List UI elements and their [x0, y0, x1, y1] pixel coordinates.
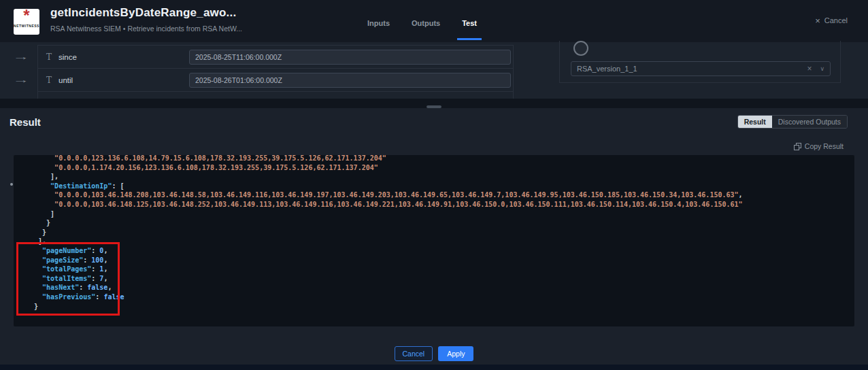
header-tabs: Inputs Outputs Test — [367, 19, 477, 27]
until-input[interactable] — [189, 73, 511, 88]
netwitness-logo: * NETWITNESS — [14, 9, 39, 35]
title-block: getIncidentsByDateRange_awo... RSA Netwi… — [50, 6, 242, 33]
params-section: → → T since T until RSA_version_1_1 × ∨ — [0, 42, 868, 99]
param-row-partial — [38, 92, 513, 99]
since-input[interactable] — [189, 50, 511, 65]
code-line: } — [34, 303, 848, 312]
copy-result-label: Copy Result — [805, 142, 844, 150]
code-line: "pageNumber": 0, — [34, 247, 848, 256]
connection-icon — [573, 41, 588, 56]
toggle-discovered-outputs[interactable]: Discovered Outputs — [772, 116, 847, 128]
param-row-until: T until — [38, 69, 513, 92]
text-type-icon: T — [46, 75, 52, 85]
page-subtitle: RSA Netwitness SIEM • Retrieve incidents… — [50, 24, 242, 33]
param-row-since: T since — [38, 46, 513, 69]
page-title: getIncidentsByDateRange_awo... — [50, 6, 242, 20]
code-line: "0.0.0.0,103.46.148.208,103.46.148.58,10… — [34, 191, 848, 201]
code-line: } — [34, 219, 848, 229]
code-line: "0.0.0.0,123.136.6.108,14.79.15.6.108,17… — [34, 155, 848, 164]
header: * NETWITNESS getIncidentsByDateRange_awo… — [0, 0, 868, 42]
code-line: "0.0.0.0,103.46.148.125,103.46.148.252,1… — [34, 201, 848, 210]
footer-actions: Cancel Apply — [0, 346, 868, 361]
chevron-down-icon[interactable]: ∨ — [820, 65, 824, 72]
mapping-arrow-icon: → — [12, 75, 29, 85]
result-section: Result Result Discovered Outputs Copy Re… — [0, 108, 868, 365]
clear-icon[interactable]: × — [807, 64, 812, 73]
code-line: "totalItems": 7, — [34, 275, 848, 284]
toggle-result[interactable]: Result — [738, 116, 772, 128]
cancel-header-label: Cancel — [824, 16, 848, 24]
section-divider — [0, 99, 868, 108]
logo-brand: NETWITNESS — [14, 24, 39, 28]
apply-button[interactable]: Apply — [438, 346, 473, 361]
code-line: "totalPages": 1, — [34, 265, 848, 275]
tab-test[interactable]: Test — [462, 19, 477, 27]
copy-icon — [794, 143, 801, 150]
marker-dot — [10, 183, 13, 186]
param-panel: T since T until — [37, 45, 514, 99]
bottom-strip — [0, 365, 868, 370]
code-line: "0.0.0.0,1.174.20.156,123.136.6.108,178.… — [34, 164, 848, 173]
result-code[interactable]: "0.0.0.0,123.136.6.108,14.79.15.6.108,17… — [14, 155, 854, 326]
mapping-arrow-icon: → — [12, 52, 29, 62]
netwitness-asterisk-icon: * — [14, 9, 39, 20]
text-type-icon: T — [46, 52, 52, 62]
cancel-button-header[interactable]: × Cancel — [815, 16, 848, 24]
code-line: "hasNext": false, — [34, 284, 848, 293]
cancel-button[interactable]: Cancel — [395, 346, 433, 361]
version-select-value: RSA_version_1_1 — [577, 65, 807, 73]
workflow-test-dialog: * NETWITNESS getIncidentsByDateRange_awo… — [0, 0, 868, 370]
code-line: "pageSize": 100, — [34, 256, 848, 266]
code-line: ], — [34, 237, 848, 247]
result-view-toggle: Result Discovered Outputs — [737, 115, 848, 129]
connection-panel: RSA_version_1_1 × ∨ — [559, 41, 841, 83]
version-select[interactable]: RSA_version_1_1 × ∨ — [571, 61, 831, 76]
code-line: "hasPrevious": false — [34, 293, 848, 303]
close-icon: × — [815, 17, 820, 24]
result-title: Result — [10, 116, 41, 128]
code-line: } — [34, 229, 848, 238]
param-label-until: until — [59, 76, 73, 84]
code-line: ], — [34, 173, 848, 182]
code-line: ] — [34, 210, 848, 220]
copy-result-button[interactable]: Copy Result — [794, 142, 844, 150]
code-line: "DestinationIp": [ — [34, 182, 848, 192]
tab-outputs[interactable]: Outputs — [412, 19, 440, 27]
param-label-since: since — [59, 53, 77, 61]
tab-inputs[interactable]: Inputs — [367, 19, 390, 27]
